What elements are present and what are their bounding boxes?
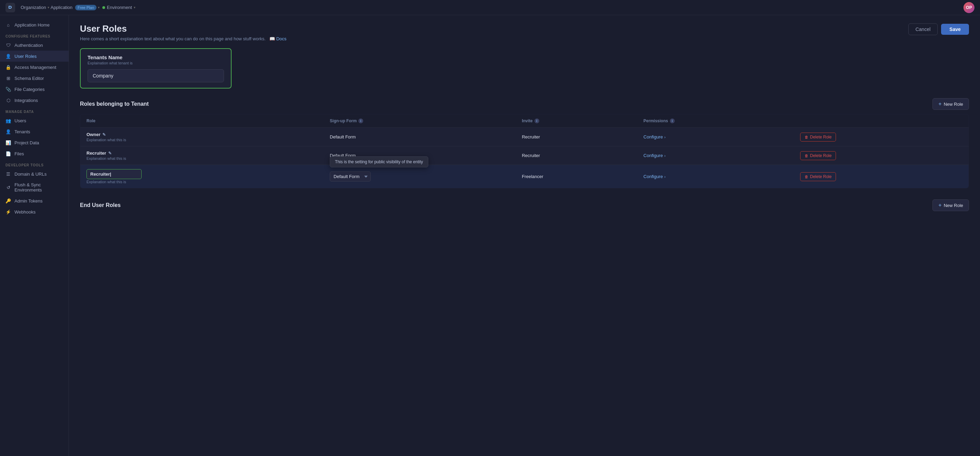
sidebar-item-label: Schema Editor — [14, 76, 44, 81]
arrow-icon: › — [664, 175, 666, 179]
configure-link-new[interactable]: Configure › — [643, 174, 665, 179]
edit-icon-owner[interactable]: ✎ — [102, 132, 106, 137]
configure-section-label: Configure Features — [0, 30, 68, 40]
org-label[interactable]: Organization — [21, 5, 46, 10]
sidebar-item-authentication[interactable]: 🛡 Authentication — [0, 40, 68, 51]
arrow-icon: › — [664, 135, 666, 139]
sidebar-item-label: Access Management — [14, 65, 56, 70]
delete-role-button-new[interactable]: 🗑 Delete Role — [800, 172, 836, 181]
trash-icon: 🗑 — [805, 135, 808, 139]
users-icon: 👥 — [5, 118, 11, 123]
env-selector[interactable]: Environment ▾ — [102, 5, 135, 10]
files-icon: 📄 — [5, 151, 11, 156]
sidebar-item-integrations[interactable]: ⬡ Integrations — [0, 95, 68, 106]
file-cat-icon: 📎 — [5, 86, 11, 92]
end-user-roles-header: End User Roles + New Role — [80, 199, 969, 211]
page-subtitle: Here comes a short explanation text abou… — [80, 36, 286, 41]
sidebar-item-files[interactable]: 📄 Files — [0, 148, 68, 159]
sidebar-item-label: Authentication — [14, 43, 43, 48]
project-data-icon: 📊 — [5, 140, 11, 145]
sidebar-item-label: Users — [14, 118, 26, 123]
sidebar-item-label: Integrations — [14, 98, 38, 103]
sidebar-item-label: Admin Tokens — [14, 199, 42, 203]
sidebar-item-user-roles[interactable]: 👤 User Roles — [0, 51, 68, 62]
book-icon: 📖 — [269, 36, 275, 41]
signup-info-icon[interactable]: i — [358, 119, 363, 123]
page-title-area: User Roles Here comes a short explanatio… — [80, 24, 286, 41]
sidebar-item-access-management[interactable]: 🔒 Access Management — [0, 62, 68, 73]
org-chevron: ▾ — [48, 5, 49, 9]
table-header: Role Sign-up Form i This is the setting … — [80, 114, 969, 128]
page-title: User Roles — [80, 24, 286, 34]
sidebar-item-label: Files — [14, 151, 24, 156]
sidebar-item-flush-sync[interactable]: ↺ Flush & Sync Environments — [0, 180, 68, 195]
actions-cell-owner: 🗑 Delete Role — [794, 128, 969, 146]
table-row: Recruiter ✎ Explanation what this is Def… — [80, 146, 969, 165]
invite-cell-new: Freelancer — [515, 165, 637, 188]
role-cell-recruiter: Recruiter ✎ Explanation what this is — [80, 146, 324, 165]
roles-table: Role Sign-up Form i This is the setting … — [80, 114, 969, 188]
invite-info-icon[interactable]: i — [535, 119, 539, 123]
role-cell-new: Explanation what this is — [80, 165, 324, 188]
header-actions: Cancel Save — [908, 24, 969, 35]
edit-icon-recruiter[interactable]: ✎ — [108, 151, 111, 156]
tenant-roles-header: Roles belonging to Tenant + New Role — [80, 98, 969, 110]
app-logo — [5, 3, 15, 13]
role-name-owner: Owner ✎ — [86, 132, 317, 137]
plan-badge: Free Plan — [75, 5, 97, 10]
app-chevron: ▾ — [98, 5, 100, 9]
sidebar-item-users[interactable]: 👥 Users — [0, 115, 68, 126]
docs-link[interactable]: 📖 Docs — [269, 36, 287, 41]
sidebar-item-schema-editor[interactable]: ⊞ Schema Editor — [0, 73, 68, 84]
svg-rect-0 — [7, 5, 13, 11]
admin-tokens-icon: 🔑 — [5, 198, 11, 203]
role-cell-owner: Owner ✎ Explanation what this is — [80, 128, 324, 146]
sidebar: ⌂ Application Home Configure Features 🛡 … — [0, 15, 69, 456]
table-body: Owner ✎ Explanation what this is Default… — [80, 128, 969, 188]
sidebar-item-label: Flush & Sync Environments — [14, 182, 63, 192]
save-button[interactable]: Save — [941, 24, 969, 35]
cancel-button[interactable]: Cancel — [908, 24, 938, 35]
lock-icon: 🔒 — [5, 64, 11, 70]
col-invite: Invite i — [515, 114, 637, 128]
sidebar-item-tenants[interactable]: 👤 Tenants — [0, 126, 68, 137]
avatar[interactable]: OP — [964, 2, 975, 13]
permissions-cell-owner: Configure › — [637, 128, 794, 146]
delete-role-button-recruiter[interactable]: 🗑 Delete Role — [800, 151, 836, 160]
configure-link-recruiter[interactable]: Configure › — [643, 153, 665, 158]
sidebar-item-project-data[interactable]: 📊 Project Data — [0, 137, 68, 148]
signup-cell-new[interactable]: Default Form Custom Form This is the set… — [324, 165, 515, 188]
tenant-roles-title: Roles belonging to Tenant — [80, 101, 149, 107]
page-header: User Roles Here comes a short explanatio… — [80, 24, 969, 41]
signup-cell-recruiter: Default Form — [324, 146, 515, 165]
manage-section-label: Manage Data — [0, 106, 68, 115]
new-role-button-end-user[interactable]: + New Role — [932, 199, 969, 211]
top-nav: Organization ▾ Application Free Plan ▾ E… — [0, 0, 980, 15]
new-role-button-top[interactable]: + New Role — [932, 98, 969, 110]
end-user-roles-title: End User Roles — [80, 202, 121, 208]
signup-form-select[interactable]: Default Form Custom Form — [330, 172, 371, 181]
configure-link-owner[interactable]: Configure › — [643, 134, 665, 140]
invite-cell-owner: Recruiter — [515, 128, 637, 146]
breadcrumb: Organization ▾ Application Free Plan ▾ — [21, 5, 100, 10]
sidebar-item-domain-urls[interactable]: ☰ Domain & URLs — [0, 168, 68, 180]
trash-icon: 🗑 — [805, 154, 808, 158]
app-label[interactable]: Application — [51, 5, 73, 10]
col-signup: Sign-up Form i This is the setting for p… — [324, 114, 515, 128]
sidebar-item-label: User Roles — [14, 54, 37, 59]
permissions-cell-recruiter: Configure › — [637, 146, 794, 165]
sidebar-item-label: Application Home — [14, 22, 49, 27]
sidebar-item-label: Tenants — [14, 129, 30, 134]
sidebar-item-file-categories[interactable]: 📎 File Categories — [0, 84, 68, 95]
developer-section-label: Developer Tools — [0, 159, 68, 168]
delete-role-button-owner[interactable]: 🗑 Delete Role — [800, 133, 836, 141]
sidebar-item-admin-tokens[interactable]: 🔑 Admin Tokens — [0, 195, 68, 206]
sidebar-item-webhooks[interactable]: ⚡ Webhooks — [0, 206, 68, 217]
tenant-card-title: Tenants Name — [88, 54, 224, 60]
tenant-name-input[interactable] — [88, 69, 224, 82]
invite-cell-recruiter: Recruiter — [515, 146, 637, 165]
sidebar-item-app-home[interactable]: ⌂ Application Home — [0, 19, 68, 30]
role-name-input[interactable] — [86, 169, 142, 179]
tenant-card: Tenants Name Explaination what tenant is — [80, 48, 232, 89]
permissions-info-icon[interactable]: i — [670, 119, 675, 123]
